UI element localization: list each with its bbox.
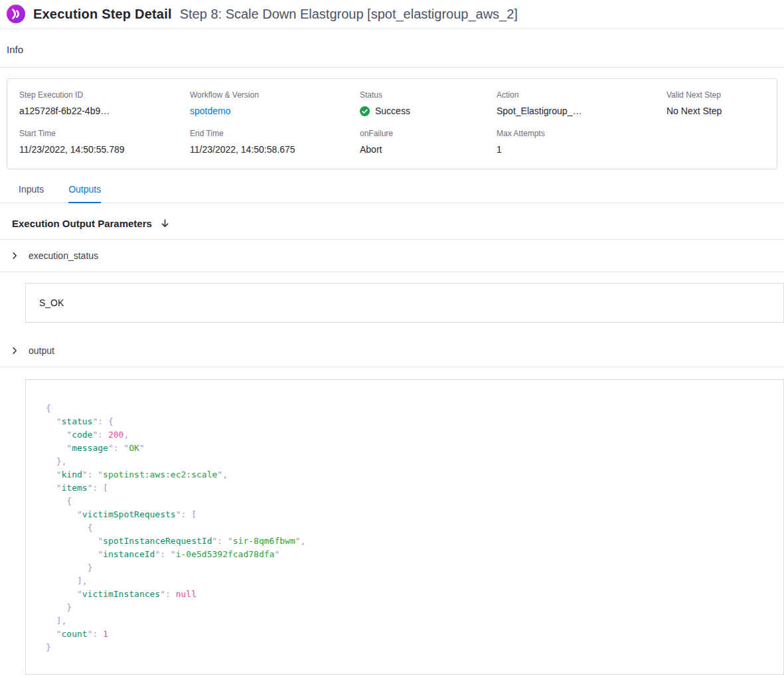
- execution-step-detail-page: Execution Step Detail Step 8: Scale Down…: [0, 0, 784, 675]
- page-title: Execution Step Detail: [33, 7, 172, 22]
- info-field: StatusSuccess: [360, 90, 497, 116]
- output-params-title: Execution Output Parameters: [12, 218, 152, 229]
- info-field-label: Workflow & Version: [190, 90, 360, 100]
- execution-status-value: S_OK: [39, 297, 64, 308]
- page-header: Execution Step Detail Step 8: Scale Down…: [0, 0, 784, 29]
- info-field-value[interactable]: spotdemo: [190, 106, 360, 116]
- info-field-value: 1: [497, 144, 666, 155]
- chevron-right-icon[interactable]: [11, 252, 19, 260]
- param-name-execution-status: execution_status: [29, 250, 98, 261]
- info-field-label: Status: [360, 90, 497, 100]
- info-field-value: 11/23/2022, 14:50:58.675: [190, 144, 360, 155]
- tab-bar: InputsOutputs: [0, 169, 784, 203]
- info-field-label: onFailure: [360, 129, 497, 138]
- info-field-label: Step Execution ID: [19, 90, 190, 100]
- info-field-label: Action: [497, 90, 666, 100]
- output-params-header: Execution Output Parameters: [0, 203, 784, 240]
- execution-status-value-box: S_OK: [25, 283, 784, 323]
- info-field: Valid Next StepNo Next Step: [666, 90, 765, 116]
- json-content: { "status": { "code": 200, "message": "O…: [46, 402, 763, 654]
- info-field-value: Success: [360, 106, 497, 116]
- info-field: onFailureAbort: [360, 129, 497, 155]
- info-field-label: Start Time: [19, 129, 190, 138]
- info-field-value: Spot_Elastigroup_…: [497, 106, 666, 116]
- tab-inputs[interactable]: Inputs: [19, 184, 44, 203]
- info-section-label: Info: [0, 29, 784, 68]
- info-card-row: Step Execution IDa125728f-6b22-4b9…Workf…: [19, 90, 765, 116]
- param-name-output: output: [29, 345, 54, 356]
- tab-outputs[interactable]: Outputs: [68, 184, 101, 203]
- info-field-value: a125728f-6b22-4b9…: [19, 106, 190, 116]
- param-row-output[interactable]: output: [0, 335, 784, 367]
- info-field-label: Valid Next Step: [666, 90, 765, 100]
- info-field-value: 11/23/2022, 14:50:55.789: [19, 144, 190, 155]
- info-field: Start Time11/23/2022, 14:50:55.789: [19, 129, 190, 155]
- page-subtitle: Step 8: Scale Down Elastgroup [spot_elas…: [180, 7, 518, 22]
- chevron-right-icon[interactable]: [11, 347, 19, 355]
- info-field: End Time11/23/2022, 14:50:58.675: [190, 129, 360, 155]
- arrow-down-icon[interactable]: [160, 218, 170, 228]
- info-card: Step Execution IDa125728f-6b22-4b9…Workf…: [7, 78, 777, 169]
- param-row-execution-status[interactable]: execution_status: [0, 240, 784, 272]
- info-field-value: Abort: [360, 144, 497, 155]
- info-field-label: End Time: [190, 129, 360, 138]
- info-card-row: Start Time11/23/2022, 14:50:55.789End Ti…: [19, 129, 765, 155]
- info-field: Step Execution IDa125728f-6b22-4b9…: [19, 90, 190, 116]
- info-field: Workflow & Versionspotdemo: [190, 90, 360, 116]
- status-text: Success: [375, 106, 410, 116]
- app-logo-icon[interactable]: [7, 5, 25, 23]
- success-check-icon: [360, 106, 370, 116]
- output-json-viewer: { "status": { "code": 200, "message": "O…: [25, 379, 784, 675]
- info-field: ActionSpot_Elastigroup_…: [497, 90, 666, 116]
- info-field-value: No Next Step: [666, 106, 765, 116]
- info-field: Max Attempts1: [497, 129, 666, 155]
- info-field-label: Max Attempts: [497, 129, 666, 138]
